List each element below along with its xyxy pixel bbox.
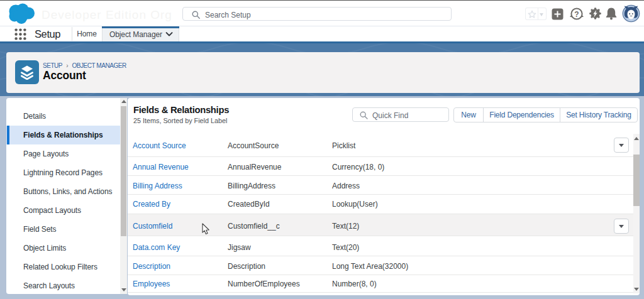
svg-text:?: ? xyxy=(574,10,579,19)
